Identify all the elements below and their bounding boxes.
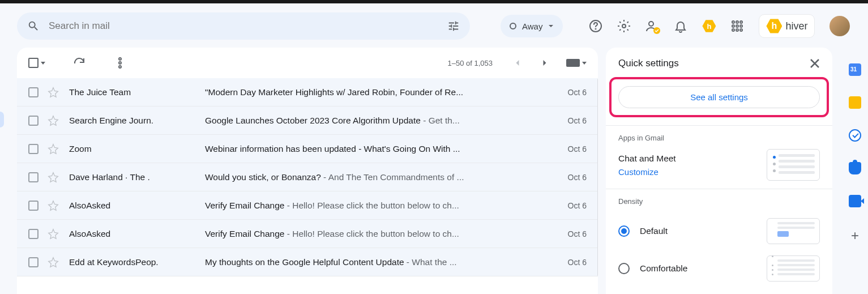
density-radio[interactable] — [618, 263, 630, 274]
row-date: Oct 6 — [553, 258, 587, 267]
row-sender: Dave Harland · The . — [69, 172, 205, 182]
density-option[interactable]: Comfortable — [618, 250, 820, 287]
row-subject: Google Launches October 2023 Core Algori… — [205, 116, 553, 126]
density-label: Comfortable — [640, 263, 687, 274]
prev-page-icon[interactable] — [512, 57, 523, 69]
density-option[interactable]: Default — [618, 212, 820, 250]
hiver-brand-text: hiver — [785, 20, 807, 32]
density-thumbnail — [767, 218, 820, 244]
svg-point-15 — [119, 66, 121, 68]
search-icon — [27, 20, 40, 32]
status-label: Away — [522, 22, 542, 31]
row-date: Oct 6 — [553, 229, 587, 238]
star-icon[interactable] — [48, 87, 59, 98]
table-row[interactable]: Dave Harland · The . Would you stick, or… — [17, 163, 598, 191]
contacts-icon[interactable] — [645, 19, 659, 33]
hiver-collapsed-tab[interactable] — [0, 112, 4, 127]
table-row[interactable]: Edd at KeywordsPeop. My thoughts on the … — [17, 248, 598, 276]
table-row[interactable]: AlsoAsked Verify Email Change - Hello! P… — [17, 191, 598, 220]
table-row[interactable]: Zoom Webinar information has been update… — [17, 135, 598, 163]
svg-point-11 — [736, 29, 738, 31]
hiver-brand-button[interactable]: h hiver — [759, 14, 815, 38]
close-icon[interactable] — [810, 58, 820, 69]
see-all-settings-button[interactable]: See all settings — [618, 86, 820, 108]
calendar-icon[interactable] — [849, 63, 861, 76]
avatar[interactable] — [829, 16, 850, 36]
star-icon[interactable] — [48, 257, 59, 268]
keep-icon[interactable] — [849, 96, 861, 109]
select-dropdown-icon[interactable] — [41, 62, 45, 65]
star-icon[interactable] — [48, 228, 59, 240]
input-tool-dropdown-icon[interactable] — [582, 62, 587, 65]
row-sender: AlsoAsked — [69, 229, 205, 239]
tasks-icon[interactable] — [849, 129, 861, 142]
help-icon[interactable] — [589, 19, 602, 33]
star-icon[interactable] — [48, 115, 59, 126]
row-checkbox[interactable] — [28, 201, 39, 211]
row-sender: Zoom — [69, 144, 205, 154]
select-all-checkbox[interactable] — [28, 58, 39, 68]
svg-point-14 — [119, 62, 121, 64]
svg-point-1 — [596, 29, 596, 29]
star-icon[interactable] — [48, 143, 59, 155]
row-sender: AlsoAsked — [69, 201, 205, 211]
status-circle-icon — [510, 23, 516, 29]
row-checkbox[interactable] — [28, 87, 39, 97]
contacts-rail-icon[interactable] — [849, 162, 861, 174]
quick-settings-title: Quick settings — [618, 58, 679, 69]
search-input[interactable] — [49, 20, 447, 32]
row-subject: Verify Email Change - Hello! Please clic… — [205, 229, 553, 239]
bell-icon[interactable] — [674, 19, 687, 33]
status-away-button[interactable]: Away — [501, 15, 563, 37]
add-addon-icon[interactable]: + — [851, 228, 859, 244]
svg-point-4 — [732, 21, 734, 23]
next-page-icon[interactable] — [539, 57, 550, 69]
svg-point-13 — [119, 58, 121, 60]
mail-panel: 1–50 of 1,053 The Juice Team "Modern Day… — [17, 48, 598, 294]
more-icon[interactable] — [113, 56, 127, 70]
row-subject: Would you stick, or Bonanza? - And The T… — [205, 172, 553, 182]
row-date: Oct 6 — [553, 116, 587, 125]
tune-icon[interactable] — [447, 20, 460, 32]
input-tool-icon[interactable] — [566, 59, 580, 67]
row-subject: My thoughts on the Google Helpful Conten… — [205, 257, 553, 267]
gear-icon[interactable] — [617, 19, 631, 33]
hiver-hex-icon[interactable]: h — [702, 19, 716, 33]
svg-point-6 — [740, 21, 742, 23]
row-sender: The Juice Team — [69, 87, 205, 97]
search-bar[interactable] — [17, 12, 470, 40]
table-row[interactable]: AlsoAsked Verify Email Change - Hello! P… — [17, 220, 598, 248]
density-label: Default — [640, 226, 668, 236]
density-radio[interactable] — [618, 225, 630, 237]
chevron-down-icon — [548, 23, 554, 29]
chat-meet-thumbnail — [767, 149, 820, 181]
svg-point-2 — [622, 24, 626, 28]
header: Away h h hiver — [0, 3, 868, 48]
row-subject: "Modern Day Marketer Highlights w/ Jared… — [205, 87, 553, 97]
row-checkbox[interactable] — [28, 257, 39, 267]
row-checkbox[interactable] — [28, 144, 39, 154]
row-subject: Webinar information has been updated - W… — [205, 144, 553, 154]
side-rail: + — [842, 48, 868, 244]
page-info: 1–50 of 1,053 — [447, 59, 493, 67]
star-icon[interactable] — [48, 172, 59, 183]
refresh-icon[interactable] — [72, 56, 86, 70]
chat-meet-label: Chat and Meet — [618, 154, 676, 164]
row-checkbox[interactable] — [28, 172, 39, 182]
svg-point-9 — [740, 25, 742, 27]
row-date: Oct 6 — [553, 173, 587, 182]
row-date: Oct 6 — [553, 88, 587, 97]
table-row[interactable]: Search Engine Journ. Google Launches Oct… — [17, 106, 598, 135]
quick-settings-panel: Quick settings See all settings Apps in … — [606, 48, 832, 294]
svg-point-5 — [736, 21, 738, 23]
customize-link[interactable]: Customize — [618, 167, 676, 177]
star-icon[interactable] — [48, 200, 59, 211]
row-subject: Verify Email Change - Hello! Please clic… — [205, 201, 553, 211]
meet-icon[interactable] — [849, 195, 861, 207]
apps-grid-icon[interactable] — [730, 19, 744, 33]
row-checkbox[interactable] — [28, 229, 39, 239]
svg-point-3 — [649, 22, 653, 26]
table-row[interactable]: The Juice Team "Modern Day Marketer High… — [17, 78, 598, 106]
row-checkbox[interactable] — [28, 116, 39, 126]
row-sender: Edd at KeywordsPeop. — [69, 257, 205, 267]
